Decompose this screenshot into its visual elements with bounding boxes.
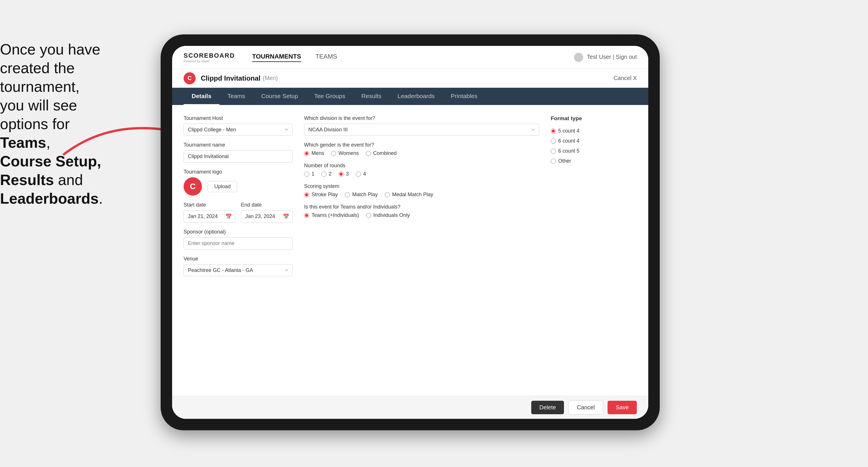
user-signin-text[interactable]: Test User | Sign out: [587, 54, 637, 60]
rounds-label: Number of rounds: [304, 163, 539, 169]
footer-bar: Delete Cancel Save: [172, 396, 648, 419]
cancel-button[interactable]: Cancel: [568, 400, 603, 414]
scoring-medal-radio[interactable]: [385, 192, 390, 197]
logo-sub: Powered by clippd: [184, 59, 235, 63]
format-6count4-label: 6 count 4: [558, 138, 580, 144]
scoring-radio-group: Stroke Play Match Play Medal Match Play: [304, 192, 539, 198]
delete-button[interactable]: Delete: [531, 401, 564, 414]
gender-mens-label: Mens: [311, 150, 324, 156]
tab-course-setup[interactable]: Course Setup: [253, 88, 306, 105]
rounds-3-option[interactable]: 3: [339, 171, 349, 177]
tournament-icon: C: [184, 72, 196, 84]
gender-womens-radio[interactable]: [331, 151, 336, 156]
team-teams-radio[interactable]: [304, 213, 309, 218]
scoring-field: Scoring system Stroke Play Match Play: [304, 183, 539, 198]
division-select[interactable]: NCAA Division III: [304, 124, 539, 136]
team-label: Is this event for Teams and/or Individua…: [304, 204, 539, 210]
scoring-stroke-radio[interactable]: [304, 192, 309, 197]
rounds-2-radio[interactable]: [321, 172, 327, 177]
gender-womens-label: Womens: [339, 150, 359, 156]
start-date-label: Start date: [184, 202, 235, 208]
team-individuals-option[interactable]: Individuals Only: [366, 212, 410, 218]
top-nav: SCOREBOARD Powered by clippd TOURNAMENTS…: [172, 46, 648, 69]
gender-radio-group: Mens Womens Combined: [304, 150, 539, 156]
team-individuals-label: Individuals Only: [373, 212, 410, 218]
scoring-medal-label: Medal Match Play: [392, 192, 433, 198]
date-row: Start date 📅 End date 📅: [184, 202, 292, 223]
logo-text: SCOREBOARD: [184, 52, 235, 59]
rounds-1-radio[interactable]: [304, 172, 309, 177]
tournament-header: C Clippd Invitational (Men) Cancel X: [172, 69, 648, 88]
nav-link-tournaments[interactable]: TOURNAMENTS: [252, 53, 301, 62]
format-6count4-radio[interactable]: [551, 138, 556, 144]
gender-field: Which gender is the event for? Mens Wome…: [304, 142, 539, 156]
end-date-field: End date 📅: [241, 202, 292, 223]
logo-upload-row: C Upload: [184, 177, 292, 196]
tab-leaderboards[interactable]: Leaderboards: [390, 88, 443, 105]
start-date-wrapper: 📅: [184, 210, 235, 223]
gender-womens-option[interactable]: Womens: [331, 150, 359, 156]
scoring-match-radio[interactable]: [345, 192, 350, 197]
nav-link-teams[interactable]: TEAMS: [315, 53, 337, 62]
format-other-radio[interactable]: [551, 159, 556, 164]
rounds-4-option[interactable]: 4: [356, 171, 366, 177]
gender-mens-radio[interactable]: [304, 151, 309, 156]
tab-teams[interactable]: Teams: [219, 88, 253, 105]
upload-button[interactable]: Upload: [208, 181, 237, 192]
rounds-4-label: 4: [363, 171, 366, 177]
rounds-4-radio[interactable]: [356, 172, 361, 177]
scoring-match-label: Match Play: [352, 192, 378, 198]
tab-bar: Details Teams Course Setup Tee Groups Re…: [172, 88, 648, 105]
venue-field: Venue Peachtree GC - Atlanta - GA: [184, 256, 292, 276]
tablet: SCOREBOARD Powered by clippd TOURNAMENTS…: [161, 34, 660, 430]
format-5count4-label: 5 count 4: [558, 128, 580, 134]
format-5count4-radio[interactable]: [551, 128, 556, 134]
gender-combined-option[interactable]: Combined: [366, 150, 397, 156]
tournament-subtitle: (Men): [263, 75, 278, 82]
tournament-host-select[interactable]: Clippd College - Men: [184, 124, 292, 136]
tournament-name-field: Tournament name: [184, 142, 292, 163]
sponsor-input[interactable]: [184, 237, 292, 250]
format-6count4-option[interactable]: 6 count 4: [551, 138, 637, 144]
tournament-name-input[interactable]: [184, 150, 292, 163]
scoring-medal-option[interactable]: Medal Match Play: [385, 192, 433, 198]
cancel-top-button[interactable]: Cancel X: [614, 75, 637, 82]
format-6count5-option[interactable]: 6 count 5: [551, 148, 637, 154]
format-other-option[interactable]: Other: [551, 158, 637, 164]
tab-details[interactable]: Details: [184, 88, 219, 105]
tournament-host-label: Tournament Host: [184, 115, 292, 121]
scoring-stroke-option[interactable]: Stroke Play: [304, 192, 338, 198]
gender-combined-radio[interactable]: [366, 151, 371, 156]
save-button[interactable]: Save: [608, 401, 637, 414]
tab-printables[interactable]: Printables: [443, 88, 485, 105]
team-teams-label: Teams (+Individuals): [311, 212, 359, 218]
team-teams-option[interactable]: Teams (+Individuals): [304, 212, 359, 218]
team-field: Is this event for Teams and/or Individua…: [304, 204, 539, 218]
form-col-left: Tournament Host Clippd College - Men Tou…: [184, 115, 292, 385]
rounds-3-radio[interactable]: [339, 172, 344, 177]
team-radio-group: Teams (+Individuals) Individuals Only: [304, 212, 539, 218]
tab-tee-groups[interactable]: Tee Groups: [306, 88, 353, 105]
main-content: Tournament Host Clippd College - Men Tou…: [172, 105, 648, 419]
scoring-match-option[interactable]: Match Play: [345, 192, 378, 198]
rounds-2-label: 2: [329, 171, 332, 177]
sponsor-field: Sponsor (optional): [184, 229, 292, 250]
rounds-1-option[interactable]: 1: [304, 171, 314, 177]
scoring-label: Scoring system: [304, 183, 539, 189]
rounds-1-label: 1: [311, 171, 314, 177]
format-6count5-radio[interactable]: [551, 149, 556, 154]
tab-results[interactable]: Results: [353, 88, 390, 105]
team-individuals-radio[interactable]: [366, 213, 371, 218]
venue-select[interactable]: Peachtree GC - Atlanta - GA: [184, 264, 292, 276]
format-type-section: Format type 5 count 4 6 count 4 6 count …: [551, 115, 637, 164]
scoring-stroke-label: Stroke Play: [311, 192, 338, 198]
gender-mens-option[interactable]: Mens: [304, 150, 324, 156]
gender-combined-label: Combined: [373, 150, 397, 156]
sponsor-label: Sponsor (optional): [184, 229, 292, 235]
tournament-logo-label: Tournament logo: [184, 169, 292, 175]
rounds-2-option[interactable]: 2: [321, 171, 332, 177]
user-avatar-icon: [574, 53, 583, 62]
format-5count4-option[interactable]: 5 count 4: [551, 128, 637, 134]
start-date-field: Start date 📅: [184, 202, 235, 223]
end-date-wrapper: 📅: [241, 210, 292, 223]
